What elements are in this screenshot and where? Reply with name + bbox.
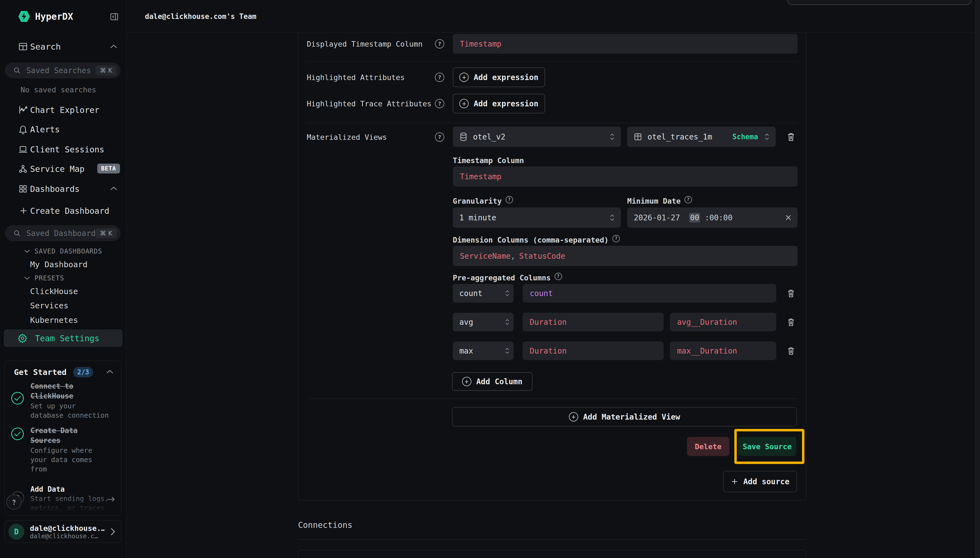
add-expression-button[interactable]: + Add expression [453, 67, 545, 87]
granularity-select[interactable]: 1 minute [453, 207, 621, 228]
group-saved-dashboards[interactable]: SAVED DASHBOARDS [24, 248, 102, 255]
aggregate-expression-input[interactable]: Duration [523, 341, 664, 360]
step-title[interactable]: Create Data Sources [30, 426, 110, 445]
aggregate-alias-input[interactable]: avg__Duration [670, 313, 776, 332]
aggregate-fn-select[interactable]: avg [453, 313, 514, 332]
clear-date-icon[interactable] [784, 214, 792, 222]
date-hour-selected: 00 [689, 213, 700, 223]
aggregate-fn-select[interactable]: count [453, 284, 514, 303]
button-label: Add Materialized View [583, 412, 680, 422]
chevron-up-icon[interactable] [110, 186, 117, 191]
help-icon[interactable]: ? [506, 196, 513, 204]
saved-dashboards-input[interactable] [26, 228, 96, 238]
chevron-down-icon [24, 249, 30, 253]
save-source-button[interactable]: Save Source [738, 437, 796, 456]
help-button[interactable] [6, 494, 22, 510]
help-icon[interactable]: ? [555, 273, 562, 280]
add-source-button[interactable]: Add source [723, 471, 797, 492]
service-map-icon [18, 164, 28, 174]
select-caret-icon [764, 132, 770, 141]
fade-overlay [5, 496, 121, 515]
help-icon[interactable]: ? [612, 235, 620, 242]
chevron-down-icon [24, 276, 30, 280]
input-value: count [530, 289, 553, 298]
add-expression-button[interactable]: + Add expression [453, 94, 545, 113]
beta-badge: BETA [97, 164, 120, 174]
help-icon[interactable]: ? [435, 132, 444, 142]
database-select[interactable]: otel_v2 [453, 126, 621, 147]
group-presets[interactable]: PRESETS [24, 274, 64, 282]
delete-row-trash-icon[interactable] [785, 345, 797, 356]
select-value: otel_v2 [473, 132, 506, 141]
brand-title: HyperDX [35, 10, 73, 23]
add-column-button[interactable]: + Add Column [452, 372, 532, 391]
displayed-timestamp-input[interactable]: Timestamp [453, 34, 798, 54]
create-dashboard-button[interactable]: Create Dashboard [30, 206, 109, 216]
saved-dashboards-searchbox[interactable]: ⌘ K [5, 225, 121, 241]
get-started-panel: Get Started 2/3 Connect to ClickHouse Se… [4, 361, 121, 516]
aggregate-expression-input[interactable]: count [523, 284, 776, 303]
select-value: max [459, 346, 473, 356]
sidebar-item-service-map[interactable]: Service Map [30, 164, 85, 174]
schema-link[interactable]: Schema [732, 133, 758, 141]
divider [298, 539, 807, 540]
select-value: count [459, 289, 482, 298]
chevron-up-icon[interactable] [106, 369, 113, 374]
user-profile-button[interactable]: D dale@clickhouse.… dale@clickhouse.c… [4, 520, 121, 543]
label-text: Dimension Columns (comma-separated) [453, 236, 609, 244]
database-icon [459, 132, 468, 141]
delete-button[interactable]: Delete [687, 437, 730, 456]
highlighted-trace-attributes-label: Highlighted Trace Attributes [307, 94, 431, 113]
table-select[interactable]: otel_traces_1m Schema [627, 126, 775, 147]
sidebar-item-alerts[interactable]: Alerts [30, 125, 60, 134]
aggregate-fn-select[interactable]: max [453, 341, 514, 360]
plus-icon [731, 478, 738, 485]
sidebar-item-search[interactable]: Search [30, 42, 61, 51]
timestamp-column-label: Timestamp Column [453, 155, 524, 166]
profile-email: dale@clickhouse.c… [30, 532, 105, 540]
dashboards-icon [18, 184, 28, 194]
help-icon[interactable]: ? [435, 99, 444, 108]
help-icon[interactable]: ? [435, 39, 444, 49]
saved-searches-searchbox[interactable]: ⌘ K [5, 62, 121, 79]
sidebar-item-services[interactable]: Services [30, 301, 69, 310]
granularity-label: Granularity ? [453, 195, 513, 206]
sidebar-item-dashboards[interactable]: Dashboards [30, 184, 80, 194]
step-title[interactable]: Connect to ClickHouse [30, 381, 110, 401]
sidebar-item-my-dashboard[interactable]: My Dashboard [30, 260, 88, 269]
step-title[interactable]: Add Data [30, 484, 110, 494]
aggregate-alias-input[interactable]: max__Duration [670, 341, 776, 360]
question-mark-icon [10, 498, 18, 506]
chevron-up-icon[interactable] [110, 44, 117, 49]
minimum-date-input[interactable]: 2026-01-27 00:00:00 [627, 207, 798, 228]
scrollbar-track[interactable] [975, 0, 980, 558]
sidebar-item-team-settings[interactable]: Team Settings [4, 330, 123, 347]
delete-view-trash-icon[interactable] [785, 131, 797, 142]
sidebar-item-chart-explorer[interactable]: Chart Explorer [30, 105, 100, 115]
select-caret-icon [504, 346, 510, 355]
input-value: StatusCode [519, 251, 565, 261]
chart-explorer-icon [18, 105, 28, 115]
button-label: Add source [743, 477, 790, 486]
label-text: Minimum Date [627, 197, 681, 205]
minimum-date-label: Minimum Date ? [627, 195, 692, 206]
collapse-sidebar-icon[interactable] [110, 12, 119, 21]
help-icon[interactable]: ? [684, 196, 692, 204]
dimension-columns-input[interactable]: ServiceName,StatusCode [453, 246, 798, 266]
saved-searches-input[interactable] [26, 66, 96, 75]
hyperdx-logo-icon [18, 10, 30, 23]
step-subtitle: Set up your database connection [30, 402, 110, 420]
displayed-timestamp-label: Displayed Timestamp Column [307, 34, 423, 53]
help-icon[interactable]: ? [435, 73, 444, 82]
aggregate-expression-input[interactable]: Duration [523, 313, 664, 332]
sidebar-item-clickhouse[interactable]: ClickHouse [30, 287, 78, 296]
sidebar-item-kubernetes[interactable]: Kubernetes [30, 315, 78, 325]
get-started-title: Get Started [14, 368, 67, 377]
add-materialized-view-button[interactable]: + Add Materialized View [452, 407, 797, 427]
team-settings-label: Team Settings [35, 333, 100, 343]
delete-row-trash-icon[interactable] [785, 288, 797, 299]
timestamp-column-input[interactable]: Timestamp [453, 166, 798, 187]
sidebar-item-client-sessions[interactable]: Client Sessions [30, 144, 104, 154]
plus-circle-icon: + [462, 377, 471, 386]
delete-row-trash-icon[interactable] [785, 317, 797, 328]
